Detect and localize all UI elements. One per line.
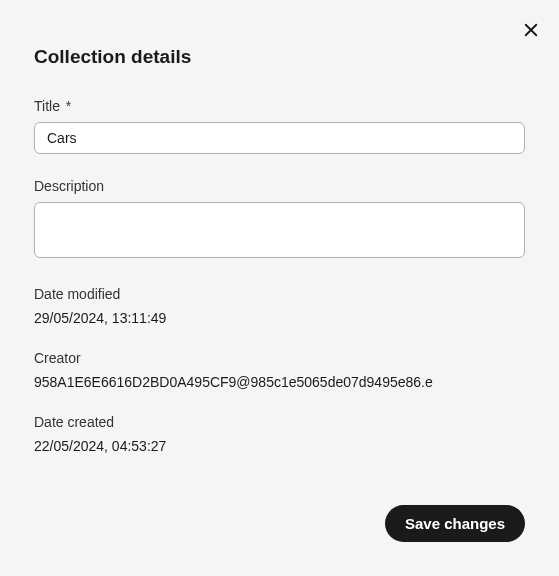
dialog-heading: Collection details [34,46,525,68]
close-icon [522,21,540,39]
title-label-text: Title [34,98,60,114]
title-label: Title * [34,98,525,114]
title-input[interactable] [34,122,525,154]
date-created-label: Date created [34,414,525,430]
description-label: Description [34,178,525,194]
title-field-group: Title * [34,98,525,154]
creator-group: Creator 958A1E6E6616D2BD0A495CF9@985c1e5… [34,350,525,390]
creator-value: 958A1E6E6616D2BD0A495CF9@985c1e5065de07d… [34,374,525,390]
date-created-group: Date created 22/05/2024, 04:53:27 [34,414,525,454]
creator-label: Creator [34,350,525,366]
dialog-footer: Save changes [385,505,525,542]
close-button[interactable] [519,18,543,42]
date-modified-value: 29/05/2024, 13:11:49 [34,310,525,326]
description-field-group: Description [34,178,525,262]
date-modified-group: Date modified 29/05/2024, 13:11:49 [34,286,525,326]
save-button[interactable]: Save changes [385,505,525,542]
required-asterisk: * [66,98,71,114]
description-input[interactable] [34,202,525,258]
date-created-value: 22/05/2024, 04:53:27 [34,438,525,454]
date-modified-label: Date modified [34,286,525,302]
